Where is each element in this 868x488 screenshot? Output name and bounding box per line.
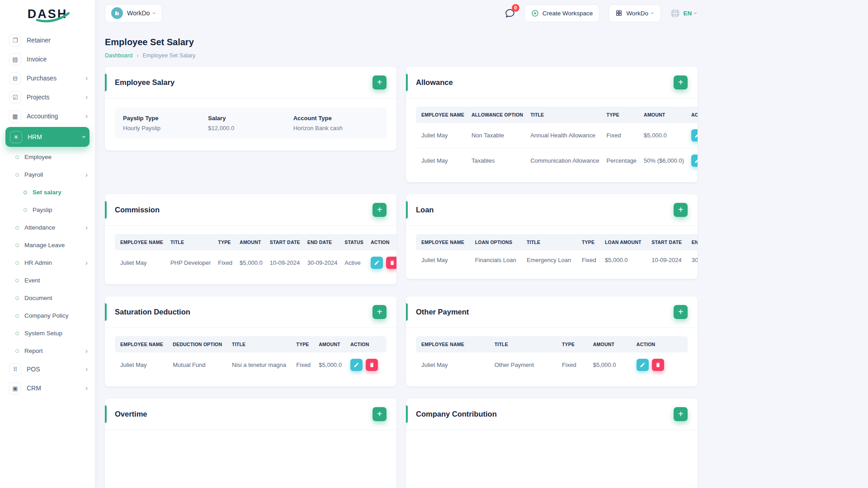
card-title: Allowance [416,78,453,87]
projects-icon: ☑ [9,91,21,103]
loan-card: Loan + Employee NameLoan OptionsTitleTyp… [406,194,698,279]
table-cell: PHP Developer [167,250,214,275]
sidebar-item-label: Payroll [24,171,43,178]
column-header: Allowance Option [468,107,527,123]
add-commission-button[interactable]: + [373,203,387,217]
delete-button[interactable] [366,359,378,371]
column-header: Status [341,234,367,250]
saturation-deduction-table: Employee NameDeduction OptionTitleTypeAm… [105,328,396,386]
column-header: Employee Name [115,234,167,250]
action-cell [633,352,688,377]
bullet-icon [15,314,19,318]
add-allowance-button[interactable]: + [674,75,688,89]
column-header: Start Date [266,234,304,250]
messages-button[interactable]: 0 [504,8,515,19]
field-label: Salary [208,115,293,122]
sidebar-item-label: Purchases [27,75,57,82]
add-icon: + [377,409,382,418]
edit-button[interactable] [691,129,698,141]
sidebar-item-hr-admin[interactable]: HR Admin› [0,254,95,272]
retainer-icon: ❐ [9,34,21,47]
sidebar-item-payslip[interactable]: Payslip [0,201,95,219]
column-header: Title [228,336,292,352]
sidebar-item-projects[interactable]: ☑Projects› [0,88,95,107]
column-header: Employee Name [115,336,169,352]
language-selector[interactable]: EN › [670,8,697,19]
column-header: Type [292,336,315,352]
column-header: Employee Name [416,336,491,352]
column-header: Employee Name [416,234,472,250]
sidebar-item-event[interactable]: Event [0,272,95,289]
workdo-menu-label: WorkDo [626,10,648,17]
bullet-icon [15,244,19,247]
add-overtime-button[interactable]: + [373,407,387,421]
column-header: Type [578,234,601,250]
workspace-selector[interactable]: WorkDo › [105,4,162,23]
table-row: Juliet MayPHP DeveloperFixed$5,000.010-0… [115,250,396,275]
accounting-icon: ▦ [9,110,21,122]
add-employee-salary-button[interactable]: + [373,75,387,89]
sidebar-item-company-policy[interactable]: Company Policy [0,307,95,324]
sidebar-item-retainer[interactable]: ❐Retainer [0,31,95,50]
edit-button[interactable] [637,359,649,371]
employee-salary-fields: Payslip TypeHourly PayslipSalary$12,000.… [115,108,387,139]
company-contribution-table [406,430,698,488]
table-cell: Fixed [578,250,601,270]
sidebar-item-invoice[interactable]: ▤Invoice [0,50,95,69]
add-other-payment-button[interactable]: + [674,305,688,319]
sidebar-item-attendance[interactable]: Attendance› [0,219,95,236]
chevron-right-icon: › [85,75,88,82]
table-cell: Emergency Loan [523,250,578,270]
chevron-right-icon: › [85,94,88,101]
add-saturation-deduction-button[interactable]: + [373,305,387,319]
workdo-menu-button[interactable]: WorkDo › [609,5,660,22]
trash-icon [369,362,375,368]
bullet-icon [15,226,19,230]
field-label: Account Type [293,115,378,122]
sidebar-item-system-setup[interactable]: System Setup [0,324,95,342]
sidebar-item-set-salary[interactable]: Set salary [0,183,95,201]
topbar: WorkDo › 0 Create Workspace WorkDo › [95,0,699,26]
delete-button[interactable] [386,257,396,269]
action-cell [688,148,698,174]
sidebar-item-document[interactable]: Document [0,289,95,307]
edit-button[interactable] [350,359,363,371]
pencil-icon [374,260,380,266]
delete-button[interactable] [652,359,664,371]
sidebar-item-hrm[interactable]: ✳HRM› [5,127,90,147]
sidebar-item-purchases[interactable]: ⊟Purchases› [0,69,95,88]
column-header: Action [633,336,688,352]
table-cell: 30-09-2024 [304,250,341,275]
edit-button[interactable] [691,155,698,167]
sidebar-item-report[interactable]: Report› [0,342,95,360]
sidebar-item-pos[interactable]: ⠿POS› [0,360,95,379]
sidebar-item-payroll[interactable]: Payroll› [0,166,95,183]
add-company-contribution-button[interactable]: + [674,407,688,421]
add-loan-button[interactable]: + [674,203,688,217]
sidebar-item-accounting[interactable]: ▦Accounting› [0,107,95,126]
commission-table: Employee NameTitleTypeAmountStart DateEn… [105,226,396,284]
column-header: Amount [236,234,266,250]
table-cell: Fixed [214,250,236,275]
table-row: Juliet MayMutual FundNisi a tenetur magn… [115,352,387,377]
field-value: $12,000.0 [208,125,293,131]
create-workspace-button[interactable]: Create Workspace [524,5,600,22]
column-header: Deduction Option [169,336,228,352]
content: Employee Set Salary Dashboard › Employee… [95,26,699,488]
chevron-right-icon: › [85,224,88,231]
sidebar-item-employee[interactable]: Employee [0,148,95,166]
field-value: Horizon Bank cash [293,125,378,131]
table-cell: 10-09-2024 [648,250,688,270]
sidebar-item-crm[interactable]: ▣CRM› [0,379,95,398]
table-cell: Annual Health Allowance [527,123,603,148]
breadcrumb-dashboard-link[interactable]: Dashboard [105,52,132,59]
pencil-icon [694,158,698,164]
card-title: Loan [416,206,434,214]
table-cell: $5,000.0 [236,250,266,275]
logo[interactable]: DASH [0,0,95,28]
column-header: Loan Amount [601,234,648,250]
sidebar-item-manage-leave[interactable]: Manage Leave [0,236,95,254]
edit-button[interactable] [371,257,383,269]
overtime-table [105,430,396,488]
chevron-right-icon: › [85,113,88,120]
